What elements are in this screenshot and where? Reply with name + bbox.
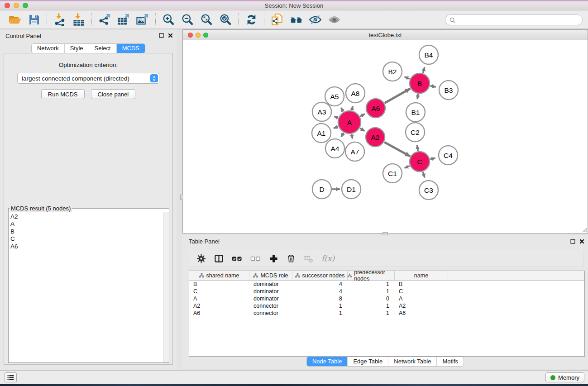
graph-edge[interactable] bbox=[430, 158, 435, 159]
zoom-selected-button[interactable] bbox=[217, 11, 234, 28]
graph-node-A3[interactable]: A3 bbox=[312, 102, 331, 121]
table-cell[interactable]: C bbox=[395, 288, 448, 295]
open-session-button[interactable] bbox=[6, 11, 24, 28]
graph-edge[interactable] bbox=[423, 172, 425, 178]
graph-node-D[interactable]: D bbox=[312, 180, 331, 199]
graph-edge[interactable] bbox=[360, 129, 364, 131]
mcds-result-item[interactable]: A6 bbox=[10, 243, 163, 250]
export-network-button[interactable] bbox=[96, 11, 113, 28]
result-scrollbar[interactable] bbox=[163, 212, 169, 362]
graph-edge[interactable] bbox=[334, 127, 338, 129]
graph-node-D1[interactable]: D1 bbox=[342, 180, 361, 199]
table-cell[interactable]: B bbox=[189, 281, 249, 288]
delete-column-button[interactable] bbox=[287, 254, 296, 263]
table-cell[interactable]: A6 bbox=[189, 310, 249, 317]
graph-edge[interactable] bbox=[430, 86, 435, 87]
table-cell[interactable]: dominator bbox=[249, 288, 292, 295]
graph-edge[interactable] bbox=[334, 116, 338, 118]
graph-edge[interactable] bbox=[417, 94, 418, 100]
export-table-button[interactable] bbox=[115, 11, 132, 28]
graph-node-A5[interactable]: A5 bbox=[325, 87, 344, 106]
graph-node-A[interactable]: A bbox=[338, 111, 361, 133]
search-input[interactable] bbox=[458, 15, 582, 24]
table-tab-network-table[interactable]: Network Table bbox=[388, 357, 436, 366]
table-tab-motifs[interactable]: Motifs bbox=[436, 357, 464, 366]
close-panel-icon[interactable] bbox=[168, 33, 173, 38]
save-session-button[interactable] bbox=[25, 11, 43, 28]
criterion-select[interactable]: largest connected component (directed) bbox=[17, 73, 159, 84]
resize-grip-icon[interactable] bbox=[581, 227, 587, 233]
graph-edge[interactable] bbox=[352, 134, 353, 139]
graph-node-B[interactable]: B bbox=[410, 73, 430, 93]
table-cell[interactable]: 1 bbox=[348, 310, 395, 317]
show-all-button[interactable] bbox=[325, 11, 343, 28]
graph-edge[interactable] bbox=[341, 108, 344, 112]
column-header-mcds-role[interactable]: MCDS role bbox=[249, 271, 292, 280]
table-cell[interactable]: dominator bbox=[249, 295, 292, 302]
close-panel-icon[interactable] bbox=[579, 239, 584, 244]
import-table-button[interactable] bbox=[70, 11, 87, 28]
run-mcds-button[interactable]: Run MCDS bbox=[41, 89, 85, 99]
table-cell[interactable]: A6 bbox=[395, 310, 448, 317]
tab-select[interactable]: Select bbox=[89, 44, 116, 53]
graph-edge[interactable] bbox=[352, 106, 353, 110]
zoom-out-button[interactable] bbox=[179, 11, 196, 28]
memory-button[interactable]: Memory bbox=[545, 372, 584, 382]
table-cell[interactable]: 1 bbox=[292, 310, 348, 317]
graph-node-B4[interactable]: B4 bbox=[419, 45, 438, 64]
table-row[interactable]: Cdominator41C bbox=[189, 288, 584, 295]
table-cell[interactable]: A2 bbox=[189, 302, 249, 310]
graph-node-A6[interactable]: A6 bbox=[366, 99, 385, 118]
graph-node-A1[interactable]: A1 bbox=[312, 124, 331, 143]
table-cell[interactable]: B bbox=[395, 281, 448, 288]
close-panel-button[interactable]: Close panel bbox=[91, 89, 136, 99]
table-settings-button[interactable] bbox=[196, 254, 206, 263]
mcds-result-item[interactable]: A2 bbox=[10, 213, 163, 220]
column-header-successor-nodes[interactable]: successor nodes bbox=[292, 271, 348, 280]
column-header-shared-name[interactable]: shared name bbox=[189, 271, 249, 280]
table-cell[interactable]: connector bbox=[249, 302, 292, 310]
mcds-result-item[interactable]: A bbox=[10, 220, 163, 228]
table-cell[interactable]: A bbox=[395, 295, 448, 302]
graph-node-A2[interactable]: A2 bbox=[366, 128, 385, 147]
mcds-result-item[interactable]: B bbox=[10, 228, 163, 235]
splitter-handle-horizontal[interactable] bbox=[382, 232, 388, 235]
table-cell[interactable]: connector bbox=[249, 310, 292, 317]
table-cell[interactable]: A bbox=[189, 295, 249, 302]
graph-node-C3[interactable]: C3 bbox=[419, 181, 438, 200]
table-row[interactable]: Adominator80A bbox=[189, 295, 584, 302]
graph-node-B2[interactable]: B2 bbox=[383, 62, 402, 81]
graph-edge[interactable] bbox=[384, 142, 410, 156]
graph-edge[interactable] bbox=[405, 166, 410, 168]
graph-node-A4[interactable]: A4 bbox=[325, 139, 344, 158]
graph-edge[interactable] bbox=[385, 89, 410, 103]
graph-edge[interactable] bbox=[405, 77, 410, 79]
graph-node-C2[interactable]: C2 bbox=[406, 123, 425, 142]
duplicate-network-button[interactable] bbox=[268, 11, 286, 28]
deselect-all-columns-button[interactable] bbox=[250, 254, 261, 263]
splitter-handle-vertical[interactable] bbox=[180, 195, 183, 200]
table-cell[interactable]: 1 bbox=[292, 302, 348, 310]
network-canvas[interactable]: B4B2BB3A8A5A6A3B1AC2A1A2A4A7C4CC1DC3D1 bbox=[183, 40, 588, 233]
mcds-result-item[interactable]: C bbox=[10, 235, 163, 243]
table-cell[interactable]: 1 bbox=[348, 288, 395, 295]
zoom-in-button[interactable] bbox=[160, 11, 177, 28]
tab-network[interactable]: Network bbox=[32, 44, 64, 53]
graph-node-B1[interactable]: B1 bbox=[406, 103, 425, 122]
hide-selected-button[interactable] bbox=[306, 11, 324, 28]
graph-edge[interactable] bbox=[417, 145, 418, 151]
table-tab-edge-table[interactable]: Edge Table bbox=[347, 357, 388, 366]
graph-node-C1[interactable]: C1 bbox=[383, 164, 402, 183]
import-network-button[interactable] bbox=[51, 11, 68, 28]
search-field[interactable] bbox=[445, 14, 583, 25]
graph-edge[interactable] bbox=[423, 67, 425, 73]
table-cell[interactable]: dominator bbox=[249, 281, 292, 288]
graph-node-C[interactable]: C bbox=[410, 152, 430, 172]
graph-edge[interactable] bbox=[360, 114, 365, 117]
table-cell[interactable]: 4 bbox=[292, 281, 348, 288]
column-header-name[interactable]: name bbox=[395, 271, 448, 280]
float-panel-icon[interactable] bbox=[159, 33, 164, 38]
table-cell[interactable]: A2 bbox=[395, 302, 448, 310]
table-cell[interactable]: 1 bbox=[348, 302, 395, 310]
graph-node-A8[interactable]: A8 bbox=[346, 84, 365, 103]
